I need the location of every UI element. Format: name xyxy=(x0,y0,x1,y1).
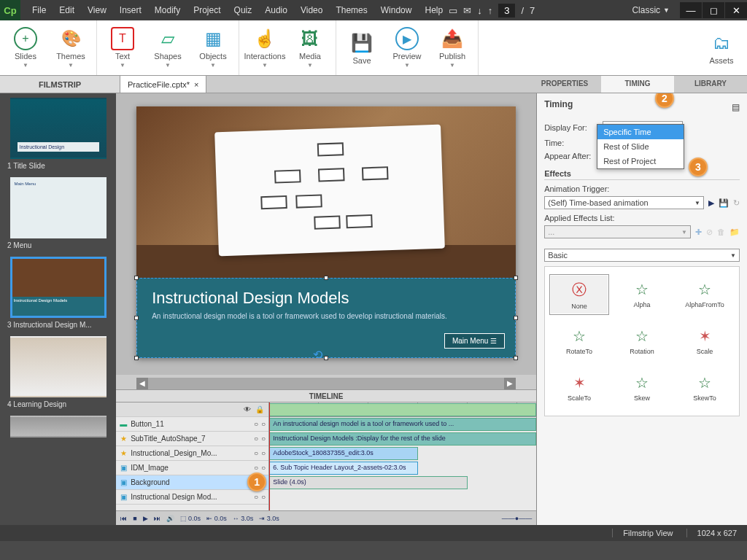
mail-icon[interactable]: ✉ xyxy=(463,5,471,16)
dropdown-option[interactable]: Rest of Slide xyxy=(597,139,684,154)
lock-icon[interactable]: 🔒 xyxy=(255,405,264,413)
close-button[interactable]: ✕ xyxy=(725,2,747,18)
menu-project[interactable]: Project xyxy=(187,2,226,18)
effect-none[interactable]: ⓧNone xyxy=(549,274,609,315)
timeline-bar[interactable]: Slide (4.0s) xyxy=(269,476,468,489)
timeline-bar[interactable]: AdobeStock_180837355_edit:3.0s xyxy=(269,447,418,460)
dropdown-option[interactable]: Specific Time xyxy=(597,125,684,139)
play-icon[interactable]: ▶ xyxy=(143,515,148,522)
timeline-layer[interactable]: ★Instructional_Design_Mo...○○ xyxy=(116,446,268,461)
panel-icon[interactable]: ▭ xyxy=(449,5,457,16)
add-effect-icon[interactable]: ✚ xyxy=(695,228,702,237)
interactions-button[interactable]: ☝Interactions▼ xyxy=(244,27,286,69)
effect-skew[interactable]: ☆Skew xyxy=(612,368,672,408)
audio-icon[interactable]: 🔊 xyxy=(166,515,174,522)
slide-title: Instructional Design Models xyxy=(152,289,500,308)
applied-effects-dropdown[interactable]: ...▼ xyxy=(544,225,691,238)
document-tab[interactable]: PracticeFile.cptx* × xyxy=(120,76,206,93)
up-arrow-icon[interactable]: ↑ xyxy=(488,5,493,16)
media-button[interactable]: 🖼Media▼ xyxy=(289,27,331,69)
animation-trigger-dropdown[interactable]: (Self) Time-based animation▼ xyxy=(544,196,704,209)
timeline-bar[interactable] xyxy=(269,403,536,416)
disable-effect-icon[interactable]: ⊘ xyxy=(706,228,713,237)
effect-alpha[interactable]: ☆Alpha xyxy=(612,274,672,315)
stop-icon[interactable]: ■ xyxy=(133,515,136,522)
shapes-button[interactable]: ▱Shapes▼ xyxy=(147,27,189,69)
timeline-bar-selected[interactable]: 6. Sub Topic Header Layout_2-assets-02:3… xyxy=(269,462,418,475)
slide-thumb[interactable] xyxy=(3,416,113,438)
effect-scale[interactable]: ✶Scale xyxy=(675,321,735,362)
timeline-bar[interactable]: Instructional Design Models :Display for… xyxy=(269,432,536,446)
menu-audio[interactable]: Audio xyxy=(259,2,293,18)
save-effect-icon[interactable]: 💾 xyxy=(719,198,729,208)
redo-icon[interactable]: ↻ xyxy=(733,198,740,208)
menu-insert[interactable]: Insert xyxy=(114,2,147,18)
rewind-icon[interactable]: ⏮ xyxy=(120,515,127,522)
menu-help[interactable]: Help xyxy=(419,2,449,18)
effect-rotateto[interactable]: ☆RotateTo xyxy=(549,321,609,362)
dropdown-option[interactable]: Rest of Project xyxy=(597,154,684,168)
close-tab-icon[interactable]: × xyxy=(194,80,198,89)
effect-alphafromto[interactable]: ☆AlphaFromTo xyxy=(675,274,735,315)
menu-file[interactable]: File xyxy=(26,2,52,18)
tab-library[interactable]: LIBRARY xyxy=(674,76,747,93)
ffwd-icon[interactable]: ⏭ xyxy=(154,515,160,522)
effect-rotation[interactable]: ☆Rotation xyxy=(612,321,672,362)
slide-canvas[interactable]: Instructional Design Models An instructi… xyxy=(116,93,536,375)
folder-icon[interactable]: 📁 xyxy=(729,228,740,237)
maximize-button[interactable]: ◻ xyxy=(703,2,724,18)
slide[interactable]: Instructional Design Models An instructi… xyxy=(136,106,516,358)
minimize-button[interactable]: — xyxy=(680,2,702,18)
horizontal-scrollbar[interactable]: ◀▶ xyxy=(136,378,516,389)
timeline-panel[interactable]: 👁 🔒 ▬Button_11○○ ★SubTitle_AutoShape_7○○… xyxy=(116,402,536,510)
filmstrip-panel[interactable]: Instructional Design 1 Title Slide Main … xyxy=(0,93,116,525)
timeline-layer[interactable]: ▣IDM_Image○○ xyxy=(116,461,268,475)
timeline-layer[interactable]: ▬Button_11○○ xyxy=(116,417,268,432)
zoom-slider[interactable]: ——●—— xyxy=(502,515,532,522)
page-current[interactable]: 3 xyxy=(498,4,515,18)
eye-icon[interactable]: 👁 xyxy=(244,405,251,413)
menu-themes[interactable]: Themes xyxy=(330,2,373,18)
menu-window[interactable]: Window xyxy=(375,2,418,18)
slide-thumb[interactable]: Main Menu 2 Menu xyxy=(3,177,113,249)
appear-after-label: Appear After: xyxy=(544,152,598,160)
slide-thumb-selected[interactable]: Instructional Design Models 3 Instructio… xyxy=(3,257,113,329)
menu-video[interactable]: Video xyxy=(295,2,328,18)
slide-caption[interactable]: Instructional Design Models An instructi… xyxy=(136,278,516,358)
display-for-options[interactable]: Specific Time Rest of Slide Rest of Proj… xyxy=(597,124,684,169)
playhead[interactable] xyxy=(269,402,270,510)
chevron-down-icon[interactable]: ▼ xyxy=(663,7,670,14)
workspace-dropdown[interactable]: Classic xyxy=(632,5,660,15)
timeline-layer[interactable]: ★SubTitle_AutoShape_7○○ xyxy=(116,432,268,446)
play-icon[interactable]: ▶ xyxy=(708,198,714,208)
effect-skewto[interactable]: ☆SkewTo xyxy=(675,368,735,408)
properties-panel: Timing ▤ Display For: Specific Time▼ Tim… xyxy=(536,93,747,525)
timeline-bar[interactable]: An instructional design model is a tool … xyxy=(269,418,536,431)
tab-timing[interactable]: TIMING xyxy=(601,76,674,93)
menu-view[interactable]: View xyxy=(82,2,112,18)
publish-button[interactable]: 📤Publish▼ xyxy=(431,27,473,69)
title-bar: Cp File Edit View Insert Modify Project … xyxy=(0,0,747,20)
objects-button[interactable]: ▦Objects▼ xyxy=(192,27,234,69)
slides-button[interactable]: +Slides▼ xyxy=(4,27,47,69)
effect-category-dropdown[interactable]: Basic▼ xyxy=(544,249,740,262)
text-button[interactable]: TText▼ xyxy=(101,27,144,69)
down-arrow-icon[interactable]: ↓ xyxy=(477,5,482,16)
panel-menu-icon[interactable]: ▤ xyxy=(732,102,740,112)
rotate-handle-icon[interactable]: ⟲ xyxy=(313,348,322,362)
themes-button[interactable]: 🎨Themes▼ xyxy=(50,27,92,69)
save-button[interactable]: 💾Save xyxy=(341,27,383,69)
main-menu-button[interactable]: Main Menu ☰ xyxy=(444,333,505,349)
tab-properties[interactable]: PROPERTIES xyxy=(528,76,601,93)
effect-scaleto[interactable]: ✶ScaleTo xyxy=(549,368,609,408)
slide-thumb[interactable]: 4 Learning Design xyxy=(3,336,113,408)
delete-effect-icon[interactable]: 🗑 xyxy=(717,228,725,236)
timeline-layer-selected[interactable]: ▣Background○○ xyxy=(116,475,268,490)
preview-button[interactable]: ▶Preview▼ xyxy=(386,27,428,69)
timeline-layer[interactable]: ▣Instructional Design Mod...○○ xyxy=(116,490,268,505)
menu-quiz[interactable]: Quiz xyxy=(228,2,258,18)
assets-button[interactable]: 🗂Assets xyxy=(700,31,743,65)
menu-edit[interactable]: Edit xyxy=(53,2,80,18)
slide-thumb[interactable]: Instructional Design 1 Title Slide xyxy=(3,98,113,170)
menu-modify[interactable]: Modify xyxy=(149,2,186,18)
